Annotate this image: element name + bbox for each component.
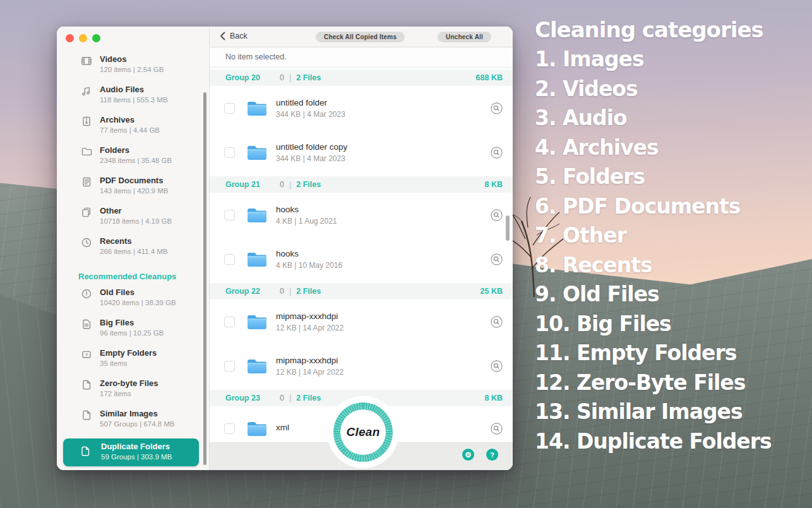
caption-item: 1. Images <box>535 45 772 75</box>
file-name: hooks <box>276 205 337 214</box>
sidebar-item-label: Recents <box>100 236 209 246</box>
clean-button[interactable]: Clean <box>333 402 393 462</box>
caption-item: 4. Archives <box>535 133 772 163</box>
uncheck-all-button[interactable]: Uncheck All <box>438 32 491 42</box>
preview-magnifier-button[interactable] <box>491 253 503 265</box>
sidebar-item-similar-images[interactable]: Similar Images507 Groups | 674.8 MB <box>57 408 209 438</box>
file-meta: 4 KB | 1 Aug 2021 <box>276 217 337 226</box>
sidebar-item-other[interactable]: Other10718 items | 4.19 GB <box>57 205 209 236</box>
file-meta: 344 KB | 4 Mar 2023 <box>276 110 345 119</box>
back-button[interactable]: Back <box>220 32 248 40</box>
file-row[interactable]: hooks4 KB | 1 Aug 2021 <box>210 193 513 237</box>
sidebar-item-meta: 77 items | 4.44 GB <box>100 125 209 135</box>
group-divider: | <box>289 394 291 402</box>
sidebar-item-label: Archives <box>100 114 209 125</box>
file-info: mipmap-xxxhdpi12 KB | 14 Apr 2022 <box>276 311 343 332</box>
file-checkbox[interactable] <box>224 317 235 327</box>
caption-item: 5. Folders <box>535 162 772 192</box>
caption-item: 13. Similar Images <box>535 397 772 427</box>
file-meta: 344 KB | 4 Mar 2023 <box>276 154 347 163</box>
sidebar-item-meta: 507 Groups | 674.8 MB <box>100 419 209 429</box>
file-checkbox[interactable] <box>224 147 235 158</box>
sidebar-item-recents[interactable]: Recents266 items | 411.4 MB <box>57 236 209 266</box>
clean-button-label: Clean <box>340 409 386 455</box>
music-icon <box>81 85 92 97</box>
preview-magnifier-button[interactable] <box>491 102 503 114</box>
preview-magnifier-button[interactable] <box>491 316 503 328</box>
back-label: Back <box>230 32 248 40</box>
sidebar-scrollbar-thumb[interactable] <box>203 92 206 465</box>
old-files-icon <box>81 288 92 299</box>
sidebar-category-list: Videos120 items | 2.54 GBAudio Files118 … <box>57 54 209 466</box>
doc-icon <box>80 445 91 457</box>
preview-magnifier-button[interactable] <box>491 147 503 159</box>
file-row[interactable]: hooks4 KB | 10 May 2016 <box>210 237 513 281</box>
main-panel: Back Check All Copied Items Uncheck All … <box>210 27 513 470</box>
group-file-count: 2 Files <box>296 180 321 189</box>
file-checkbox[interactable] <box>224 210 235 221</box>
sidebar-item-audio-files[interactable]: Audio Files118 items | 555.3 MB <box>57 84 209 114</box>
file-row[interactable]: untitled folder344 KB | 4 Mar 2023 <box>210 86 513 130</box>
sidebar-item-label: Folders <box>100 145 209 155</box>
caption-item: 12. Zero-Byte Files <box>535 368 772 398</box>
file-checkbox[interactable] <box>224 361 235 372</box>
sidebar-item-meta: 266 items | 411.4 MB <box>100 246 209 257</box>
sidebar-item-folders[interactable]: Folders2348 items | 35.48 GB <box>57 145 209 175</box>
zoom-window-button[interactable] <box>92 34 100 42</box>
file-row[interactable]: mipmap-xxxhdpi12 KB | 14 Apr 2022 <box>210 344 513 388</box>
blue-folder-icon <box>246 207 268 224</box>
file-row[interactable]: mipmap-xxxhdpi12 KB | 14 Apr 2022 <box>210 299 513 344</box>
pdf-icon <box>81 176 92 188</box>
caption-title: Cleaning categories <box>535 15 772 45</box>
window-controls <box>66 34 100 42</box>
sidebar-item-pdf-documents[interactable]: PDF Documents143 items | 420.9 MB <box>57 175 209 205</box>
sidebar-item-archives[interactable]: Archives77 items | 4.44 GB <box>57 114 209 145</box>
recommended-cleanups-header: Recommended Cleanups <box>78 272 209 282</box>
file-checkbox[interactable] <box>224 103 235 114</box>
file-row[interactable]: untitled folder copy344 KB | 4 Mar 2023 <box>210 130 513 174</box>
blue-folder-icon <box>246 313 268 330</box>
caption-item: 3. Audio <box>535 104 772 133</box>
caption-item: 7. Other <box>535 221 772 251</box>
file-checkbox[interactable] <box>224 423 235 434</box>
group-size: 25 KB <box>481 287 503 296</box>
sidebar-item-videos[interactable]: Videos120 items | 2.54 GB <box>57 54 209 84</box>
file-name: untitled folder copy <box>276 142 347 152</box>
sidebar-item-big-files[interactable]: Big Files96 items | 10.25 GB <box>57 317 209 348</box>
minimize-button[interactable] <box>79 34 87 42</box>
file-name: mipmap-xxxhdpi <box>276 356 343 365</box>
group-name: Group 21 <box>225 180 270 189</box>
check-all-copied-items-button[interactable]: Check All Copied Items <box>316 32 405 42</box>
preview-magnifier-button[interactable] <box>491 360 503 372</box>
close-button[interactable] <box>66 34 74 42</box>
group-checked-count: 0 <box>280 180 284 189</box>
copies-icon <box>81 207 92 218</box>
file-info: hooks4 KB | 10 May 2016 <box>276 249 342 270</box>
sidebar-item-old-files[interactable]: Old Files10420 items | 38.39 GB <box>57 287 209 317</box>
sidebar-item-label: Big Files <box>100 317 209 328</box>
group-divider: | <box>289 73 291 82</box>
film-icon <box>81 55 92 66</box>
help-button[interactable]: ? <box>486 449 498 461</box>
preview-magnifier-button[interactable] <box>491 423 503 435</box>
file-checkbox[interactable] <box>224 254 235 265</box>
preview-magnifier-button[interactable] <box>491 209 503 221</box>
blue-folder-icon <box>246 144 268 161</box>
settings-button[interactable]: ⚙ <box>462 449 474 461</box>
sidebar-item-meta: 143 items | 420.9 MB <box>100 186 209 196</box>
group-checked-count: 0 <box>280 394 284 402</box>
group-file-count: 2 Files <box>296 394 321 402</box>
caption-item: 9. Old Files <box>535 280 772 310</box>
sidebar-item-zero-byte-files[interactable]: Zero-byte Files172 items <box>57 378 209 408</box>
list-scrollbar-thumb[interactable] <box>506 215 510 241</box>
file-info: untitled folder copy344 KB | 4 Mar 2023 <box>276 142 347 163</box>
group-header-group-22[interactable]: Group 220|2 Files25 KB <box>210 283 513 299</box>
group-header-group-20[interactable]: Group 200|2 Files688 KB <box>210 70 513 86</box>
gear-icon: ⚙ <box>465 451 472 459</box>
sidebar-item-label: Old Files <box>100 287 209 298</box>
group-header-group-21[interactable]: Group 210|2 Files8 KB <box>210 176 513 193</box>
sidebar-item-duplicate-folders[interactable]: Duplicate Folders59 Groups | 303.9 MB <box>63 438 199 466</box>
question-icon: ? <box>490 451 494 459</box>
group-name: Group 20 <box>225 73 270 82</box>
sidebar-item-empty-folders[interactable]: ?Empty Folders35 items <box>57 348 209 378</box>
